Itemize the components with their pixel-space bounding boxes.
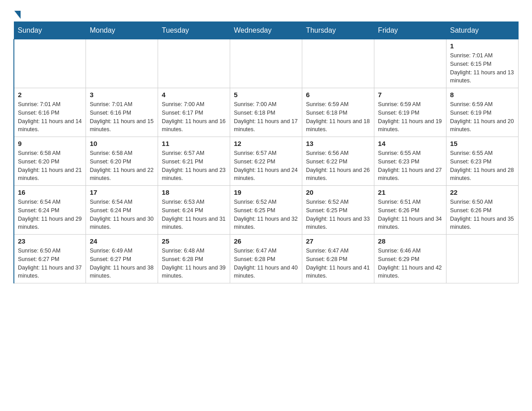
- day-info: Sunrise: 6:57 AMSunset: 6:22 PMDaylight:…: [234, 149, 298, 183]
- day-number: 7: [378, 91, 442, 98]
- day-number: 28: [378, 237, 442, 245]
- day-number: 26: [234, 237, 298, 245]
- day-info: Sunrise: 7:01 AMSunset: 6:16 PMDaylight:…: [18, 100, 82, 134]
- day-info: Sunrise: 6:58 AMSunset: 6:20 PMDaylight:…: [90, 149, 154, 183]
- day-info: Sunrise: 6:56 AMSunset: 6:22 PMDaylight:…: [306, 149, 370, 183]
- day-info: Sunrise: 6:49 AMSunset: 6:27 PMDaylight:…: [90, 247, 154, 280]
- calendar-cell: 2Sunrise: 7:01 AMSunset: 6:16 PMDaylight…: [14, 88, 86, 137]
- day-number: 24: [90, 237, 154, 245]
- calendar-cell: 7Sunrise: 6:59 AMSunset: 6:19 PMDaylight…: [374, 88, 446, 137]
- day-number: 5: [234, 91, 298, 98]
- day-number: 23: [18, 237, 82, 245]
- day-number: 10: [90, 140, 154, 147]
- calendar-cell: 22Sunrise: 6:50 AMSunset: 6:26 PMDayligh…: [446, 186, 519, 235]
- day-number: 15: [450, 140, 515, 147]
- calendar-cell: 16Sunrise: 6:54 AMSunset: 6:24 PMDayligh…: [14, 186, 86, 235]
- week-row-1: 1Sunrise: 7:01 AMSunset: 6:15 PMDaylight…: [14, 39, 519, 88]
- week-row-2: 2Sunrise: 7:01 AMSunset: 6:16 PMDaylight…: [14, 88, 519, 137]
- calendar-cell: 14Sunrise: 6:55 AMSunset: 6:23 PMDayligh…: [374, 137, 446, 186]
- calendar-cell: 17Sunrise: 6:54 AMSunset: 6:24 PMDayligh…: [86, 186, 158, 235]
- week-row-4: 16Sunrise: 6:54 AMSunset: 6:24 PMDayligh…: [14, 186, 519, 235]
- day-info: Sunrise: 6:52 AMSunset: 6:25 PMDaylight:…: [234, 198, 298, 231]
- week-row-3: 9Sunrise: 6:58 AMSunset: 6:20 PMDaylight…: [14, 137, 519, 186]
- day-number: 11: [162, 140, 226, 147]
- calendar-cell: 15Sunrise: 6:55 AMSunset: 6:23 PMDayligh…: [446, 137, 519, 186]
- calendar-cell: 21Sunrise: 6:51 AMSunset: 6:26 PMDayligh…: [374, 186, 446, 235]
- day-number: 9: [18, 140, 82, 147]
- day-info: Sunrise: 6:51 AMSunset: 6:26 PMDaylight:…: [378, 198, 442, 231]
- calendar-cell: [230, 39, 302, 88]
- day-info: Sunrise: 6:55 AMSunset: 6:23 PMDaylight:…: [450, 149, 515, 183]
- day-info: Sunrise: 7:00 AMSunset: 6:17 PMDaylight:…: [162, 100, 226, 134]
- day-number: 8: [450, 91, 515, 98]
- day-info: Sunrise: 7:00 AMSunset: 6:18 PMDaylight:…: [234, 100, 298, 134]
- calendar-cell: 12Sunrise: 6:57 AMSunset: 6:22 PMDayligh…: [230, 137, 302, 186]
- day-number: 13: [306, 140, 370, 147]
- calendar-cell: 27Sunrise: 6:47 AMSunset: 6:28 PMDayligh…: [302, 235, 374, 283]
- day-number: 4: [162, 91, 226, 98]
- calendar-cell: 10Sunrise: 6:58 AMSunset: 6:20 PMDayligh…: [86, 137, 158, 186]
- calendar-cell: [86, 39, 158, 88]
- calendar-cell: [14, 39, 86, 88]
- day-number: 17: [90, 188, 154, 196]
- day-info: Sunrise: 7:01 AMSunset: 6:16 PMDaylight:…: [90, 100, 154, 134]
- calendar-cell: 25Sunrise: 6:48 AMSunset: 6:28 PMDayligh…: [158, 235, 230, 283]
- day-header-wednesday: Wednesday: [230, 22, 302, 39]
- day-number: 25: [162, 237, 226, 245]
- day-header-tuesday: Tuesday: [158, 22, 230, 39]
- page-header: [13, 9, 519, 17]
- day-info: Sunrise: 6:57 AMSunset: 6:21 PMDaylight:…: [162, 149, 226, 183]
- day-info: Sunrise: 6:50 AMSunset: 6:26 PMDaylight:…: [450, 198, 515, 231]
- day-header-thursday: Thursday: [302, 22, 374, 39]
- calendar-cell: 4Sunrise: 7:00 AMSunset: 6:17 PMDaylight…: [158, 88, 230, 137]
- day-info: Sunrise: 6:55 AMSunset: 6:23 PMDaylight:…: [378, 149, 442, 183]
- day-number: 18: [162, 188, 226, 196]
- day-info: Sunrise: 6:59 AMSunset: 6:19 PMDaylight:…: [450, 100, 515, 134]
- day-info: Sunrise: 6:48 AMSunset: 6:28 PMDaylight:…: [162, 247, 226, 280]
- day-number: 21: [378, 188, 442, 196]
- calendar-cell: 23Sunrise: 6:50 AMSunset: 6:27 PMDayligh…: [14, 235, 86, 283]
- day-info: Sunrise: 6:54 AMSunset: 6:24 PMDaylight:…: [18, 198, 82, 231]
- day-info: Sunrise: 6:53 AMSunset: 6:24 PMDaylight:…: [162, 198, 226, 231]
- day-number: 3: [90, 91, 154, 98]
- day-info: Sunrise: 7:01 AMSunset: 6:15 PMDaylight:…: [450, 51, 515, 85]
- calendar-table: SundayMondayTuesdayWednesdayThursdayFrid…: [13, 21, 519, 283]
- calendar-cell: 5Sunrise: 7:00 AMSunset: 6:18 PMDaylight…: [230, 88, 302, 137]
- day-info: Sunrise: 6:59 AMSunset: 6:19 PMDaylight:…: [378, 100, 442, 134]
- calendar-header-row: SundayMondayTuesdayWednesdayThursdayFrid…: [14, 22, 519, 39]
- day-info: Sunrise: 6:50 AMSunset: 6:27 PMDaylight:…: [18, 247, 82, 280]
- day-header-sunday: Sunday: [14, 22, 86, 39]
- calendar-cell: 8Sunrise: 6:59 AMSunset: 6:19 PMDaylight…: [446, 88, 519, 137]
- calendar-cell: [302, 39, 374, 88]
- calendar-cell: 26Sunrise: 6:47 AMSunset: 6:28 PMDayligh…: [230, 235, 302, 283]
- calendar-cell: 6Sunrise: 6:59 AMSunset: 6:18 PMDaylight…: [302, 88, 374, 137]
- calendar-cell: 13Sunrise: 6:56 AMSunset: 6:22 PMDayligh…: [302, 137, 374, 186]
- day-number: 19: [234, 188, 298, 196]
- day-info: Sunrise: 6:59 AMSunset: 6:18 PMDaylight:…: [306, 100, 370, 134]
- day-header-monday: Monday: [86, 22, 158, 39]
- logo-arrow-icon: [14, 11, 21, 19]
- calendar-cell: 19Sunrise: 6:52 AMSunset: 6:25 PMDayligh…: [230, 186, 302, 235]
- day-header-friday: Friday: [374, 22, 446, 39]
- day-header-saturday: Saturday: [446, 22, 519, 39]
- day-number: 1: [450, 42, 515, 50]
- calendar-cell: 1Sunrise: 7:01 AMSunset: 6:15 PMDaylight…: [446, 39, 519, 88]
- day-info: Sunrise: 6:52 AMSunset: 6:25 PMDaylight:…: [306, 198, 370, 231]
- day-number: 22: [450, 188, 515, 196]
- calendar-cell: 11Sunrise: 6:57 AMSunset: 6:21 PMDayligh…: [158, 137, 230, 186]
- calendar-cell: 9Sunrise: 6:58 AMSunset: 6:20 PMDaylight…: [14, 137, 86, 186]
- day-number: 2: [18, 91, 82, 98]
- day-number: 16: [18, 188, 82, 196]
- calendar-cell: 20Sunrise: 6:52 AMSunset: 6:25 PMDayligh…: [302, 186, 374, 235]
- calendar-cell: 18Sunrise: 6:53 AMSunset: 6:24 PMDayligh…: [158, 186, 230, 235]
- calendar-cell: [446, 235, 519, 283]
- day-info: Sunrise: 6:47 AMSunset: 6:28 PMDaylight:…: [234, 247, 298, 280]
- calendar-cell: [158, 39, 230, 88]
- day-info: Sunrise: 6:54 AMSunset: 6:24 PMDaylight:…: [90, 198, 154, 231]
- calendar-cell: [374, 39, 446, 88]
- week-row-5: 23Sunrise: 6:50 AMSunset: 6:27 PMDayligh…: [14, 235, 519, 283]
- day-info: Sunrise: 6:47 AMSunset: 6:28 PMDaylight:…: [306, 247, 370, 280]
- day-info: Sunrise: 6:46 AMSunset: 6:29 PMDaylight:…: [378, 247, 442, 280]
- day-number: 6: [306, 91, 370, 98]
- calendar-cell: 28Sunrise: 6:46 AMSunset: 6:29 PMDayligh…: [374, 235, 446, 283]
